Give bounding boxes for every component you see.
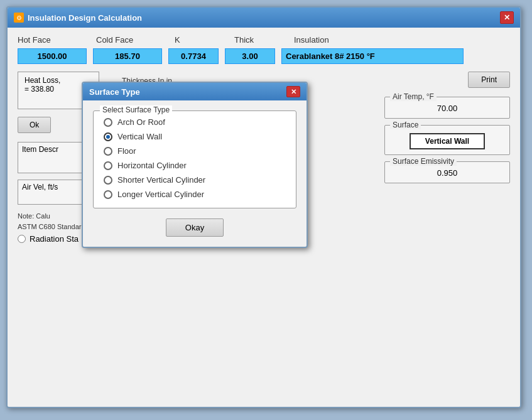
- radio-shorter-vertical-cylinder[interactable]: Shorter Vertical Cylinder: [104, 175, 286, 185]
- radio-shorter-vertical-cylinder-label: Shorter Vertical Cylinder: [117, 175, 205, 185]
- radio-arch-or-roof[interactable]: Arch Or Roof: [104, 117, 286, 127]
- radio-horizontal-cylinder-circle: [104, 161, 112, 170]
- radio-horizontal-cylinder-label: Horizontal Cylinder: [117, 161, 187, 170]
- modal-body: Select Surface Type Arch Or Roof Vertica…: [83, 100, 307, 247]
- radio-horizontal-cylinder[interactable]: Horizontal Cylinder: [104, 161, 286, 170]
- radio-vertical-wall-label: Vertical Wall: [117, 132, 162, 141]
- surface-type-group-label: Select Surface Type: [100, 105, 172, 114]
- radio-arch-or-roof-circle: [104, 118, 112, 127]
- radio-arch-or-roof-label: Arch Or Roof: [117, 117, 165, 127]
- radio-longer-vertical-cylinder[interactable]: Longer Vertical Cylinder: [104, 190, 286, 199]
- modal-dialog: Surface Type ✕ Select Surface Type Arch …: [82, 82, 308, 248]
- modal-okay-button[interactable]: Okay: [166, 218, 224, 237]
- radio-vertical-wall[interactable]: Vertical Wall: [104, 132, 286, 141]
- modal-title: Surface Type: [89, 87, 140, 97]
- modal-close-button[interactable]: ✕: [286, 86, 300, 97]
- surface-type-group: Select Surface Type Arch Or Roof Vertica…: [93, 110, 296, 208]
- modal-overlay: Surface Type ✕ Select Surface Type Arch …: [0, 0, 532, 420]
- radio-floor[interactable]: Floor: [104, 146, 286, 156]
- radio-floor-label: Floor: [117, 146, 136, 156]
- radio-longer-vertical-cylinder-circle: [104, 190, 112, 199]
- radio-shorter-vertical-cylinder-circle: [104, 176, 112, 185]
- modal-title-bar: Surface Type ✕: [83, 83, 307, 100]
- radio-floor-circle: [104, 147, 112, 156]
- radio-vertical-wall-circle: [104, 132, 112, 141]
- radio-longer-vertical-cylinder-label: Longer Vertical Cylinder: [117, 190, 204, 199]
